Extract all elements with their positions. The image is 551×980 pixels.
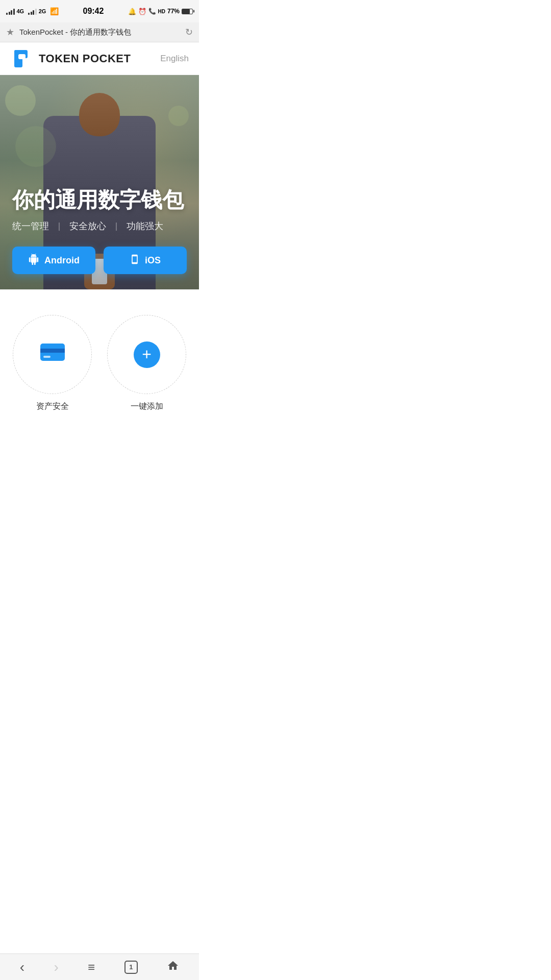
divider-2: ｜ bbox=[112, 221, 120, 232]
hero-subtitle-1: 统一管理 bbox=[12, 220, 49, 232]
reload-icon[interactable]: ↻ bbox=[185, 27, 193, 38]
hero-title: 你的通用数字钱包 bbox=[12, 188, 187, 212]
hero-subtitle-3: 功能强大 bbox=[127, 220, 163, 232]
status-right: 🔔 ⏰ 📞 HD 77% bbox=[128, 8, 193, 15]
svg-rect-3 bbox=[18, 54, 26, 59]
call-icon: 📞 bbox=[148, 8, 156, 15]
feature-circle-asset bbox=[13, 315, 92, 394]
hero-buttons: Android iOS bbox=[12, 247, 187, 274]
hero-section: 你的通用数字钱包 统一管理 ｜ 安全放心 ｜ 功能强大 Android bbox=[0, 75, 199, 289]
svg-rect-5 bbox=[40, 349, 65, 353]
language-switch-button[interactable]: English bbox=[160, 54, 189, 64]
signal-2g-label: 2G bbox=[39, 8, 46, 14]
time-display: 09:42 bbox=[83, 7, 104, 16]
ios-download-button[interactable]: iOS bbox=[104, 247, 187, 274]
battery-icon bbox=[182, 9, 193, 14]
feature-card-add: + 一键添加 bbox=[105, 315, 189, 412]
header-nav: TOKEN POCKET English bbox=[0, 42, 199, 75]
ios-phone-icon bbox=[130, 254, 140, 267]
tokenpocket-logo-icon bbox=[10, 47, 34, 70]
signal-bars-4g bbox=[6, 8, 15, 15]
clock-icon: ⏰ bbox=[138, 8, 146, 15]
url-display[interactable]: TokenPocket - 你的通用数字钱包 bbox=[19, 28, 180, 37]
android-btn-label: Android bbox=[44, 255, 80, 266]
credit-card-icon bbox=[39, 341, 66, 368]
plus-icon: + bbox=[134, 341, 160, 368]
status-bar: 4G 2G 📶 09:42 🔔 ⏰ 📞 HD 77% bbox=[0, 0, 199, 22]
features-section: 资产安全 + 一键添加 bbox=[0, 289, 199, 427]
hero-subtitle-2: 安全放心 bbox=[69, 220, 106, 232]
ios-btn-label: iOS bbox=[145, 255, 161, 266]
feature-card-asset: 资产安全 bbox=[10, 315, 94, 412]
features-grid: 资产安全 + 一键添加 bbox=[10, 315, 189, 412]
alarm-icon: 🔔 bbox=[128, 8, 136, 15]
android-download-button[interactable]: Android bbox=[12, 247, 95, 274]
hd-label: HD bbox=[158, 9, 165, 14]
signal-4g-label: 4G bbox=[17, 8, 24, 14]
battery-percent: 77% bbox=[167, 8, 180, 15]
status-left: 4G 2G 📶 bbox=[6, 7, 59, 15]
android-icon bbox=[28, 254, 39, 267]
divider-1: ｜ bbox=[55, 221, 63, 232]
feature-label-add: 一键添加 bbox=[131, 401, 163, 412]
logo-text: TOKEN POCKET bbox=[39, 52, 131, 65]
svg-rect-6 bbox=[43, 356, 51, 358]
bookmark-icon[interactable]: ★ bbox=[6, 27, 14, 38]
hero-content: 你的通用数字钱包 统一管理 ｜ 安全放心 ｜ 功能强大 Android bbox=[0, 75, 199, 289]
signal-bars-2g bbox=[28, 8, 37, 15]
feature-circle-add: + bbox=[107, 315, 186, 394]
logo-container: TOKEN POCKET bbox=[10, 47, 131, 70]
wifi-icon: 📶 bbox=[50, 7, 59, 15]
feature-label-asset: 资产安全 bbox=[36, 401, 69, 412]
browser-address-bar: ★ TokenPocket - 你的通用数字钱包 ↻ bbox=[0, 22, 199, 42]
hero-subtitle: 统一管理 ｜ 安全放心 ｜ 功能强大 bbox=[12, 220, 187, 232]
